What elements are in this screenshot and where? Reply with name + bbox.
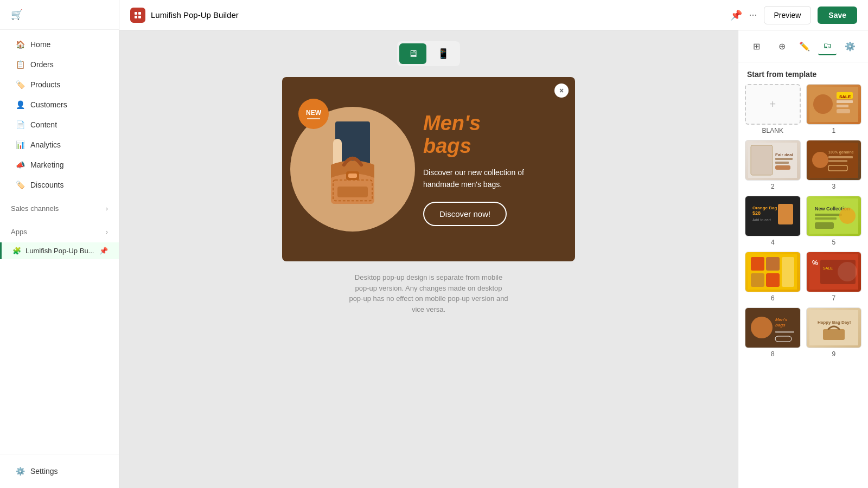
svg-rect-57	[775, 331, 794, 333]
pin-icon: 📌	[99, 247, 108, 255]
discounts-icon: 🏷️	[15, 180, 25, 190]
sidebar-item-settings[interactable]: ⚙️ Settings	[4, 461, 114, 481]
template-item-7[interactable]: %SALE 7	[806, 252, 862, 302]
popup-close-button[interactable]: ×	[554, 84, 569, 98]
sidebar-item-customers[interactable]: 👤 Customers	[4, 95, 114, 114]
pin-icon[interactable]: 📌	[730, 9, 742, 21]
right-panel: ⊞ ⊕ ✏️ 🗂 ⚙️ Start from template + BLANK	[738, 30, 868, 488]
template-item-8[interactable]: Men'sbags 8	[745, 307, 801, 358]
home-icon: 🏠	[15, 40, 25, 49]
svg-text:bags: bags	[775, 323, 786, 328]
template-item-1[interactable]: SALE 1	[806, 84, 862, 134]
svg-point-17	[813, 94, 833, 114]
add-element-button[interactable]: ⊕	[773, 37, 791, 55]
templates-button[interactable]: 🗂	[818, 37, 837, 55]
customers-icon: 👤	[15, 100, 25, 110]
grid-view-button[interactable]: ⊞	[747, 37, 765, 55]
template-label-8: 8	[745, 350, 801, 358]
content-area: 🖥 📱 × NEW	[119, 30, 868, 488]
sidebar-item-analytics[interactable]: 📊 Analytics	[4, 135, 114, 155]
template-label-6: 6	[745, 294, 801, 302]
template-thumb-9: Happy Bag Day!	[806, 307, 862, 348]
template-item-2[interactable]: Fair deal 2	[745, 140, 801, 190]
template-thumb-2: Fair deal	[745, 140, 801, 181]
template-item-9[interactable]: Happy Bag Day! 9	[806, 307, 862, 358]
svg-rect-15	[837, 105, 848, 107]
device-toggle: 🖥 📱	[397, 41, 460, 66]
mobile-view-button[interactable]: 📱	[429, 43, 458, 64]
sidebar-item-marketing[interactable]: 📣 Marketing	[4, 155, 114, 175]
sidebar-item-home[interactable]: 🏠 Home	[4, 35, 114, 54]
svg-rect-0	[135, 12, 137, 15]
more-icon[interactable]: ···	[749, 9, 757, 21]
svg-rect-1	[138, 12, 141, 15]
template-item-4[interactable]: Orange Bag$28Add to cart 4	[745, 196, 801, 246]
canvas-caption: Desktop pop-up design is separate from m…	[347, 272, 510, 314]
app-icon-box	[130, 8, 145, 23]
sidebar-footer: ⚙️ Settings	[0, 454, 119, 488]
template-thumb-7: %SALE	[806, 252, 862, 292]
popup-content: Men's bags Discover our new collection o…	[423, 107, 559, 231]
svg-rect-59	[809, 310, 858, 345]
template-item-5[interactable]: New Collection 5	[806, 196, 862, 246]
template-item-blank[interactable]: + BLANK	[745, 84, 801, 134]
svg-rect-29	[828, 160, 847, 162]
svg-rect-2	[135, 16, 137, 18]
svg-text:SALE: SALE	[839, 94, 851, 99]
template-label-2: 2	[745, 183, 801, 190]
bag-illustration	[309, 120, 396, 218]
panel-toolbar: ⊞ ⊕ ✏️ 🗂 ⚙️	[738, 30, 868, 62]
template-item-6[interactable]: 6	[745, 252, 801, 302]
panel-title: Start from template	[738, 62, 868, 84]
svg-rect-10	[337, 187, 368, 197]
edit-button[interactable]: ✏️	[795, 37, 814, 55]
template-thumb-6	[745, 252, 801, 292]
template-label-7: 7	[806, 294, 862, 302]
sidebar-logo: 🛒	[0, 0, 119, 30]
svg-text:$28: $28	[752, 210, 761, 216]
topbar-title: Lumifish Pop-Up Builder	[130, 8, 730, 23]
template-label-9: 9	[806, 350, 862, 358]
svg-rect-44	[766, 257, 780, 271]
svg-rect-28	[828, 156, 853, 158]
apps-section[interactable]: Apps ›	[0, 222, 119, 241]
svg-text:%: %	[812, 259, 818, 267]
sidebar-item-orders[interactable]: 📋 Orders	[4, 55, 114, 74]
svg-text:SALE: SALE	[823, 266, 833, 270]
svg-text:Happy Bag Day!: Happy Bag Day!	[818, 320, 851, 325]
popup-description: Discover our new collection of handmade …	[423, 166, 553, 191]
desktop-view-button[interactable]: 🖥	[399, 43, 426, 64]
template-thumb-1: SALE	[806, 84, 862, 125]
save-button[interactable]: Save	[818, 7, 857, 24]
svg-rect-22	[775, 158, 793, 160]
svg-rect-45	[751, 273, 764, 287]
svg-rect-16	[837, 109, 850, 113]
settings-panel-button[interactable]: ⚙️	[841, 37, 859, 55]
svg-rect-39	[815, 217, 837, 220]
svg-rect-46	[766, 273, 780, 287]
sidebar-nav: 🏠 Home 📋 Orders 🏷️ Products 👤 Customers …	[0, 30, 119, 454]
active-app-item[interactable]: 🧩 Lumifish Pop-Up Bu... 📌	[0, 242, 119, 259]
svg-text:Add to cart: Add to cart	[752, 218, 771, 222]
popup-preview: × NEW	[282, 77, 575, 261]
sidebar-item-discounts[interactable]: 🏷️ Discounts	[4, 175, 114, 195]
topbar: Lumifish Pop-Up Builder 📌 ··· Preview Sa…	[119, 0, 868, 30]
svg-rect-35	[778, 204, 793, 224]
svg-rect-24	[775, 165, 790, 170]
template-thumb-5: New Collection	[806, 196, 862, 236]
products-icon: 🏷️	[15, 80, 25, 89]
template-label-blank: BLANK	[745, 127, 801, 134]
sales-channels-section[interactable]: Sales channels ›	[0, 199, 119, 218]
orders-icon: 📋	[15, 60, 25, 69]
svg-rect-38	[815, 214, 842, 216]
svg-rect-3	[138, 16, 141, 18]
chevron-right-icon: ›	[106, 205, 108, 213]
template-item-3[interactable]: 100% genuine 3	[806, 140, 862, 190]
popup-image-area: NEW	[282, 93, 423, 245]
sidebar-item-products[interactable]: 🏷️ Products	[4, 75, 114, 94]
preview-button[interactable]: Preview	[764, 6, 812, 24]
popup-title: Men's bags	[423, 112, 553, 158]
sidebar-item-content[interactable]: 📄 Content	[4, 115, 114, 134]
popup-cta-button[interactable]: Discover now!	[423, 202, 507, 226]
svg-text:100% genuine: 100% genuine	[828, 150, 854, 155]
